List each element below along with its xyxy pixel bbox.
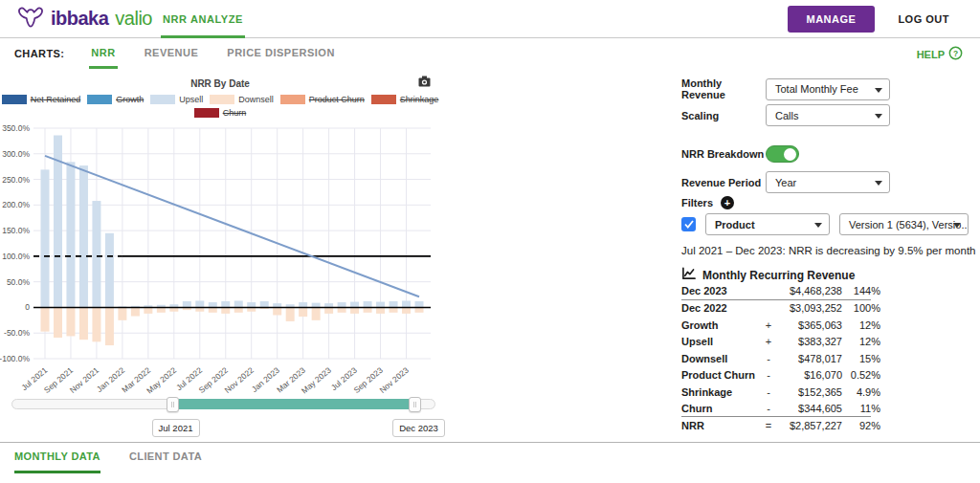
bar-downsell[interactable] (338, 307, 346, 312)
bar-upsell[interactable] (209, 302, 217, 307)
bar-upsell[interactable] (183, 301, 191, 307)
bar-downsell[interactable] (157, 307, 166, 312)
bar-downsell[interactable] (92, 307, 100, 341)
bar-downsell[interactable] (376, 307, 385, 313)
tab-client-data[interactable]: CLIENT DATA (129, 450, 202, 473)
nav-tab-nrr-analyze[interactable]: NRR ANALYZE (163, 0, 243, 38)
bar-downsell[interactable] (364, 307, 372, 312)
bar-downsell[interactable] (221, 307, 230, 313)
legend-item-downsell[interactable]: Downsell (210, 95, 274, 104)
bar-downsell[interactable] (350, 307, 359, 313)
tulip-logo-icon (17, 6, 44, 33)
monthly-revenue-select[interactable]: Total Monthly Fee (766, 78, 890, 100)
tab-revenue[interactable]: REVENUE (143, 38, 201, 69)
bar-downsell[interactable] (234, 307, 243, 312)
bar-upsell[interactable] (92, 201, 100, 307)
bar-upsell[interactable] (402, 300, 411, 307)
bar-downsell[interactable] (105, 307, 114, 345)
bar-upsell[interactable] (364, 301, 372, 307)
svg-text:50.0%: 50.0% (7, 277, 31, 287)
manage-button[interactable]: MANAGE (788, 6, 876, 33)
slider-handle-left[interactable] (167, 397, 179, 412)
nrr-chart[interactable]: 350.0%300.0%250.0%200.0%150.0%100.0%50.0… (0, 121, 440, 398)
bar-downsell[interactable] (273, 307, 281, 315)
bar-downsell[interactable] (390, 307, 398, 312)
revenue-period-row: Revenue Period Year (681, 171, 890, 193)
cell-label: Product Churn (681, 369, 762, 381)
svg-text:-100.0%: -100.0% (0, 354, 30, 363)
bar-upsell[interactable] (195, 300, 204, 307)
bar-downsell[interactable] (66, 307, 75, 336)
revenue-period-select[interactable]: Year (766, 171, 890, 193)
bar-downsell[interactable] (209, 307, 217, 312)
bar-downsell[interactable] (324, 307, 333, 313)
cell-amount: $2,857,227 (775, 420, 842, 431)
cell-sign: = (762, 420, 775, 431)
nrr-breakdown-row: NRR Breakdown (681, 145, 799, 163)
bar-upsell[interactable] (376, 302, 385, 308)
bar-downsell[interactable] (286, 307, 295, 320)
legend-swatch (194, 108, 219, 118)
filter-field-select[interactable]: Product (705, 213, 830, 235)
bar-upsell[interactable] (350, 302, 359, 308)
cell-label: Growth (681, 319, 762, 331)
bar-downsell[interactable] (79, 307, 88, 340)
slider-handle-right[interactable] (409, 397, 421, 412)
chevron-down-icon (875, 88, 882, 93)
bar-downsell[interactable] (312, 307, 321, 319)
bar-upsell[interactable] (299, 302, 307, 307)
slider-selected-range[interactable] (173, 399, 416, 409)
cell-label: Dec 2022 (681, 302, 762, 314)
scaling-select[interactable]: Calls (766, 104, 890, 126)
help-button[interactable]: HELP ? (917, 46, 963, 62)
bar-downsell[interactable] (402, 307, 411, 313)
mrr-table-title: Monthly Recurring Revenue (702, 269, 855, 282)
bar-downsell[interactable] (131, 307, 140, 316)
filter-value-select[interactable]: Version 1 (5634), Versio... (839, 213, 969, 235)
plus-circle-icon[interactable]: + (721, 196, 734, 209)
slider-end-label: Dec 2023 (392, 419, 445, 437)
legend-item-shrinkage[interactable]: Shrinkage (371, 95, 439, 104)
bar-upsell[interactable] (66, 162, 75, 307)
legend-item-upsell[interactable]: Upsell (150, 95, 203, 104)
bar-upsell[interactable] (79, 165, 88, 307)
tab-price-dispersion[interactable]: PRICE DISPERSION (225, 38, 337, 69)
chart-title: NRR By Date (190, 78, 250, 89)
tab-monthly-data[interactable]: MONTHLY DATA (14, 450, 100, 473)
legend-item-churn[interactable]: Churn (194, 108, 247, 118)
cell-pct: 12% (842, 319, 880, 331)
app-logo[interactable]: ibbaka valio (17, 6, 152, 33)
bar-upsell[interactable] (390, 301, 398, 307)
bar-upsell[interactable] (338, 302, 346, 307)
filters-row: Filters + (681, 196, 734, 209)
bar-upsell[interactable] (221, 301, 230, 307)
app-root: ibbaka valio NRR ANALYZE MANAGE LOG OUT … (0, 0, 980, 483)
legend-label: Upsell (179, 95, 203, 104)
bar-upsell[interactable] (234, 300, 243, 307)
legend-item-product-churn[interactable]: Product Churn (280, 95, 365, 104)
camera-icon[interactable] (418, 74, 431, 91)
tab-nrr[interactable]: NRR (89, 38, 117, 69)
bar-downsell[interactable] (118, 307, 126, 319)
bar-upsell[interactable] (105, 233, 114, 308)
bar-downsell[interactable] (41, 307, 50, 331)
bar-downsell[interactable] (144, 307, 152, 313)
bar-upsell[interactable] (260, 301, 269, 307)
cell-amount: $152,365 (775, 386, 842, 398)
bottom-divider (0, 442, 980, 443)
cell-label: Churn (681, 403, 762, 414)
nrr-breakdown-toggle[interactable] (766, 145, 799, 163)
svg-text:150.0%: 150.0% (2, 226, 30, 235)
bar-downsell[interactable] (299, 307, 307, 317)
bar-downsell[interactable] (54, 307, 62, 338)
bar-upsell[interactable] (247, 302, 256, 307)
filter-checkbox[interactable] (681, 217, 696, 231)
legend-item-growth[interactable]: Growth (87, 95, 144, 104)
bar-downsell[interactable] (415, 307, 424, 312)
legend-row-1: Net RetainedGrowthUpsellDownsellProduct … (0, 95, 440, 104)
bar-upsell[interactable] (415, 301, 424, 307)
bar-upsell[interactable] (41, 169, 50, 307)
logout-button[interactable]: LOG OUT (898, 13, 949, 25)
legend-item-net-retained[interactable]: Net Retained (2, 95, 81, 104)
date-range-slider[interactable]: Jul 2021 Dec 2023 (11, 399, 435, 409)
